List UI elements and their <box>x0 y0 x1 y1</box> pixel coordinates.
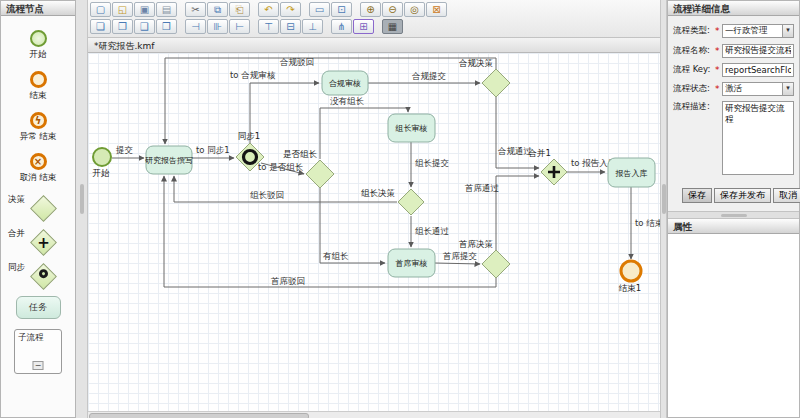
node-merge1-label: 合并1 <box>528 148 551 158</box>
diagram-canvas[interactable]: 提交to 同步1to 合规审核to 是否组长合规提交合规驳回没有组长组长提交组长… <box>88 53 660 411</box>
node-start[interactable] <box>93 148 111 166</box>
detail-properties-splitter[interactable] <box>668 211 799 219</box>
node-task-leader-label: 组长审核 <box>395 124 428 133</box>
align-top-icon[interactable]: ⊤ <box>258 19 279 34</box>
node-task-write-label: 研究报告撰写 <box>145 156 193 165</box>
copy-icon[interactable]: ⧉ <box>207 2 228 17</box>
align-middle-icon[interactable]: ⊟ <box>280 19 301 34</box>
layout-tree-icon[interactable]: ⊞ <box>353 19 374 34</box>
process-status-value: 激活 <box>725 83 742 95</box>
layout-horizontal-icon[interactable]: ⋔ <box>331 19 352 34</box>
process-type-control-wrap: —行政管理▾ <box>722 24 794 38</box>
send-backward-icon[interactable]: ❐ <box>112 19 133 34</box>
process-key-input[interactable] <box>722 63 794 77</box>
chevron-down-icon[interactable]: ▾ <box>782 25 793 37</box>
save-icon[interactable]: ▣ <box>134 2 155 17</box>
palette-task[interactable]: 任务 <box>1 296 75 319</box>
node-task-compliance-label: 合规审核 <box>329 79 361 88</box>
node-dec-chief[interactable] <box>482 250 510 278</box>
align-right-icon[interactable]: ⊢ <box>229 19 250 34</box>
palette-decision-icon <box>30 195 57 222</box>
zoom-fit-icon[interactable]: ⊠ <box>426 2 447 17</box>
edge-has-leader-label: 有组长 <box>323 251 349 261</box>
detail-form-body: 流程类型:*—行政管理▾流程名称:*流程 Key:*流程状态:*激活▾流程描述:… <box>668 16 799 211</box>
process-status-required-marker: * <box>715 84 722 94</box>
select-icon[interactable]: ▭ <box>309 2 330 17</box>
process-type-select[interactable]: —行政管理▾ <box>722 24 794 38</box>
edge-chief-submit[interactable] <box>435 263 480 264</box>
cut-icon[interactable]: ✂ <box>185 2 206 17</box>
grid-toggle-icon[interactable]: ▦ <box>382 19 403 34</box>
right-panel-splitter[interactable] <box>660 0 667 418</box>
redo-icon[interactable]: ↷ <box>280 2 301 17</box>
palette-end-label: 结束 <box>30 90 47 102</box>
node-dec-isleader[interactable] <box>306 160 334 188</box>
node-dec-leader-label: 组长决策 <box>361 188 396 198</box>
undo-icon[interactable]: ↶ <box>258 2 279 17</box>
palette-panel-title: 流程节点 <box>1 1 75 16</box>
process-desc-textarea[interactable]: 研究报告提交流程 <box>722 101 794 175</box>
plus-icon: + <box>35 234 52 251</box>
node-dec-leader[interactable] <box>398 189 424 215</box>
align-left-icon[interactable]: ⊣ <box>185 19 206 34</box>
canvas-tab[interactable]: *研究报告.kmf <box>88 38 660 53</box>
edge-to-end-label: to 结束 <box>635 218 660 228</box>
align-bottom-icon[interactable]: ⊥ <box>302 19 323 34</box>
send-to-back-icon[interactable]: ❒ <box>156 19 177 34</box>
save-publish-button[interactable]: 保存并发布 <box>714 188 771 203</box>
edge-to-compliance[interactable] <box>250 83 319 143</box>
node-end1[interactable] <box>621 261 641 281</box>
splitter-grip-icon <box>80 184 84 214</box>
palette-error-end[interactable]: ϟ异常 结束 <box>1 112 75 143</box>
select-all-icon[interactable]: ⊡ <box>331 2 352 17</box>
toolbar: ▢◱▣▤✂⧉⎗↶↷▭⊡⊕⊖◎⊠ ❏❐❑❒⊣⊪⊢⊤⊟⊥⋔⊞▦ <box>88 0 660 38</box>
bring-forward-icon[interactable]: ❏ <box>90 19 111 34</box>
process-key-row: 流程 Key:* <box>673 63 794 77</box>
align-center-icon[interactable]: ⊪ <box>207 19 228 34</box>
palette-error-end-icon: ϟ <box>30 112 47 129</box>
open-icon[interactable]: ◱ <box>112 2 133 17</box>
edge-compliance-pass-label: 合规通过 <box>497 146 533 156</box>
palette-start[interactable]: 开始 <box>1 30 75 61</box>
node-dec-isleader-label: 是否组长 <box>283 149 318 159</box>
palette-subprocess-icon: 子流程− <box>14 329 62 374</box>
palette-task-icon: 任务 <box>16 296 61 319</box>
node-dec-compliance[interactable] <box>482 69 510 97</box>
node-dec-chief-label: 首席决策 <box>458 239 494 249</box>
process-type-row: 流程类型:*—行政管理▾ <box>673 24 794 38</box>
process-name-required-marker: * <box>715 46 722 56</box>
process-name-row: 流程名称:* <box>673 43 794 58</box>
palette-merge[interactable]: 合并+ <box>1 228 75 256</box>
process-status-select[interactable]: 激活▾ <box>722 82 794 96</box>
palette-decision[interactable]: 决策 <box>1 194 75 222</box>
cancel-button[interactable]: 取消 <box>773 188 800 203</box>
canvas-hscroll-thumb[interactable] <box>89 413 309 418</box>
save-button[interactable]: 保存 <box>682 188 712 203</box>
process-status-label: 流程状态: <box>673 83 715 95</box>
zoom-search-icon[interactable]: ◎ <box>404 2 425 17</box>
palette-start-icon <box>30 30 47 47</box>
editor-area: ▢◱▣▤✂⧉⎗↶↷▭⊡⊕⊖◎⊠ ❏❐❑❒⊣⊪⊢⊤⊟⊥⋔⊞▦ *研究报告.kmf … <box>88 0 660 418</box>
paste-icon[interactable]: ⎗ <box>229 2 250 17</box>
flow-diagram: 提交to 同步1to 合规审核to 是否组长合规提交合规驳回没有组长组长提交组长… <box>88 53 660 411</box>
edge-chief-submit-label: 首席提交 <box>442 251 478 261</box>
palette-cancel-end[interactable]: ×取消 结束 <box>1 153 75 184</box>
print-icon[interactable]: ▤ <box>156 2 177 17</box>
palette-sync-icon <box>30 263 57 290</box>
palette-subprocess-label: 子流程 <box>18 332 44 342</box>
process-name-input[interactable] <box>722 44 794 58</box>
bring-to-front-icon[interactable]: ❑ <box>134 19 155 34</box>
palette-end[interactable]: 结束 <box>1 71 75 102</box>
node-task-store-label: 报告入库 <box>615 169 648 178</box>
chevron-down-icon[interactable]: ▾ <box>782 83 793 95</box>
new-icon[interactable]: ▢ <box>90 2 111 17</box>
node-palette: 开始结束ϟ异常 结束×取消 结束决策合并+同步任务子流程− <box>1 16 75 417</box>
palette-merge-label: 合并 <box>8 228 25 240</box>
left-panel-splitter[interactable] <box>76 0 88 418</box>
zoom-in-icon[interactable]: ⊕ <box>360 2 381 17</box>
palette-sync[interactable]: 同步 <box>1 262 75 290</box>
edge-chief-pass[interactable] <box>496 176 539 250</box>
zoom-out-icon[interactable]: ⊖ <box>382 2 403 17</box>
palette-subprocess[interactable]: 子流程− <box>1 329 75 374</box>
canvas-horizontal-scrollbar[interactable] <box>88 411 660 418</box>
